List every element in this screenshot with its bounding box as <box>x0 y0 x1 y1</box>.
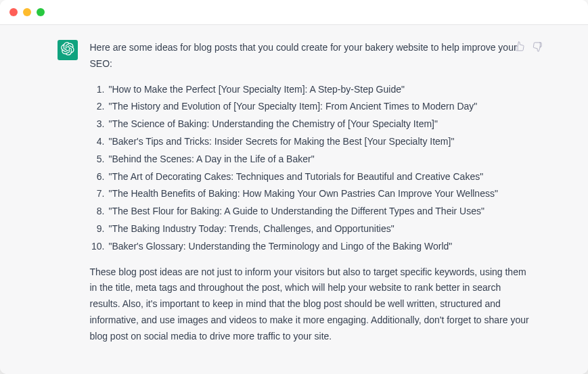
list-item: "The History and Evolution of [Your Spec… <box>90 99 531 115</box>
list-item: "How to Make the Perfect [Your Specialty… <box>90 82 531 98</box>
message-body: Here are some ideas for blog posts that … <box>90 40 531 345</box>
list-item: "The Best Flour for Baking: A Guide to U… <box>90 204 531 220</box>
close-window-button[interactable] <box>9 8 18 16</box>
feedback-actions <box>514 41 545 55</box>
list-item: "Baker's Glossary: Understanding the Ter… <box>90 239 531 255</box>
thumbs-up-icon <box>515 41 526 55</box>
app-window: Here are some ideas for blog posts that … <box>0 0 588 374</box>
maximize-window-button[interactable] <box>37 8 45 16</box>
thumbs-down-icon <box>533 41 543 55</box>
list-item: "The Baking Industry Today: Trends, Chal… <box>90 221 531 237</box>
thumbs-up-button[interactable] <box>514 41 527 55</box>
thumbs-down-button[interactable] <box>531 41 545 55</box>
list-item: "The Health Benefits of Baking: How Maki… <box>90 186 531 202</box>
list-item: "Baker's Tips and Tricks: Insider Secret… <box>90 134 531 150</box>
window-titlebar <box>0 0 588 24</box>
minimize-window-button[interactable] <box>23 8 31 16</box>
assistant-avatar <box>58 40 78 60</box>
message-outro: These blog post ideas are not just to in… <box>90 264 531 345</box>
assistant-message: Here are some ideas for blog posts that … <box>44 40 545 345</box>
list-item: "The Science of Baking: Understanding th… <box>90 116 531 133</box>
blog-ideas-list: "How to Make the Perfect [Your Specialty… <box>90 82 531 255</box>
openai-logo-icon <box>61 42 74 58</box>
chat-content-area: Here are some ideas for blog posts that … <box>0 24 588 374</box>
list-item: "Behind the Scenes: A Day in the Life of… <box>90 151 531 168</box>
list-item: "The Art of Decorating Cakes: Techniques… <box>90 169 531 185</box>
message-intro: Here are some ideas for blog posts that … <box>90 40 531 72</box>
